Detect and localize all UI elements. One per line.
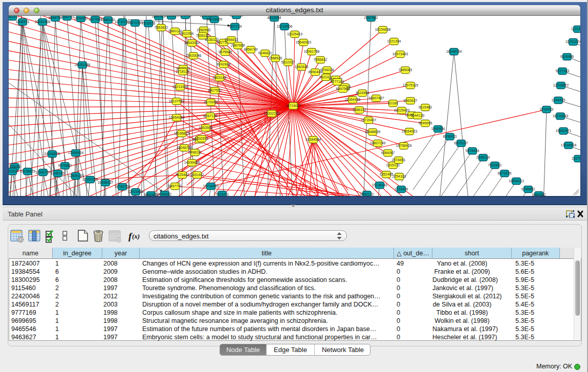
svg-text:9115460: 9115460	[419, 105, 432, 109]
svg-text:10653267: 10653267	[178, 16, 193, 17]
svg-text:9457791: 9457791	[168, 184, 182, 188]
svg-text:1691442: 1691442	[190, 173, 204, 177]
svg-text:9242848: 9242848	[217, 62, 231, 66]
svg-text:10973493: 10973493	[393, 52, 408, 56]
svg-text:10654112: 10654112	[509, 179, 524, 183]
svg-text:16210643: 16210643	[553, 114, 569, 118]
svg-text:1362615: 1362615	[295, 65, 309, 69]
svg-text:1357225: 1357225	[230, 16, 244, 17]
svg-text:16782759: 16782759	[115, 185, 130, 188]
svg-text:1004352: 1004352	[74, 16, 88, 20]
svg-text:2165743: 2165743	[60, 16, 74, 18]
svg-text:9794028: 9794028	[320, 68, 334, 72]
svg-text:1615131: 1615131	[386, 163, 400, 167]
svg-text:2260583: 2260583	[197, 28, 211, 32]
svg-text:2074651: 2074651	[392, 158, 406, 162]
svg-text:8912954: 8912954	[180, 32, 194, 35]
svg-text:12923468: 12923468	[128, 190, 144, 193]
svg-text:7857224: 7857224	[228, 25, 242, 28]
svg-text:18807249: 18807249	[370, 141, 386, 145]
svg-text:1463325: 1463325	[152, 16, 166, 18]
svg-text:1954612: 1954612	[225, 38, 238, 41]
svg-text:19218506: 19218506	[277, 25, 293, 28]
svg-text:10807487: 10807487	[368, 96, 384, 100]
svg-text:8813054: 8813054	[268, 16, 281, 19]
svg-text:19384554: 19384554	[306, 138, 321, 141]
svg-text:19166825: 19166825	[174, 132, 190, 135]
svg-text:9452172: 9452172	[360, 192, 374, 196]
svg-text:23420046: 23420046	[186, 54, 202, 57]
svg-text:62160: 62160	[388, 101, 398, 105]
svg-text:8794032: 8794032	[158, 192, 172, 196]
svg-text:5322037: 5322037	[281, 60, 295, 64]
svg-text:1352485: 1352485	[380, 172, 394, 176]
svg-text:24206576: 24206576	[45, 152, 60, 156]
svg-text:6879197: 6879197	[454, 141, 468, 145]
svg-text:15751074: 15751074	[565, 40, 580, 43]
svg-text:15692971: 15692971	[556, 129, 572, 133]
svg-text:1221394: 1221394	[387, 39, 401, 43]
svg-text:9245652: 9245652	[521, 187, 535, 191]
svg-text:3215933: 3215933	[540, 107, 554, 111]
svg-text:1167534: 1167534	[572, 157, 580, 160]
svg-text:16154838: 16154838	[375, 28, 391, 31]
svg-text:12342737: 12342737	[35, 170, 51, 174]
svg-text:9975887: 9975887	[58, 164, 72, 167]
svg-text:9329966: 9329966	[560, 55, 574, 58]
svg-text:7506112: 7506112	[196, 34, 209, 37]
svg-text:1861477: 1861477	[9, 16, 19, 18]
svg-text:7485063: 7485063	[399, 68, 412, 72]
svg-text:7623411: 7623411	[215, 192, 229, 196]
svg-text:15720407: 15720407	[361, 118, 377, 122]
svg-text:9146821: 9146821	[258, 51, 272, 55]
svg-text:11156829: 11156829	[20, 169, 35, 173]
svg-text:1588520: 1588520	[269, 56, 282, 60]
svg-text:3498222: 3498222	[188, 150, 202, 154]
svg-text:19654984: 19654984	[169, 116, 185, 119]
svg-text:1640954: 1640954	[431, 127, 445, 130]
svg-text:7515526: 7515526	[142, 21, 156, 25]
svg-text:15046788: 15046788	[177, 146, 192, 149]
svg-text:16648784: 16648784	[446, 50, 462, 53]
svg-text:391514: 391514	[9, 169, 18, 173]
svg-text:16107553: 16107553	[169, 99, 185, 103]
svg-text:15640910: 15640910	[296, 40, 312, 44]
svg-text:2803144: 2803144	[213, 76, 227, 79]
svg-text:6466160: 6466160	[101, 18, 115, 21]
svg-text:1145193: 1145193	[51, 171, 64, 175]
svg-text:9084067: 9084067	[381, 151, 395, 155]
svg-text:16671355: 16671355	[127, 21, 143, 25]
svg-text:17957225: 17957225	[82, 178, 98, 181]
svg-text:7386372: 7386372	[353, 108, 366, 112]
svg-text:16033809: 16033809	[207, 17, 223, 21]
svg-text:8267130: 8267130	[204, 114, 217, 118]
svg-text:12213369: 12213369	[172, 85, 188, 89]
svg-text:9777169: 9777169	[331, 80, 344, 83]
svg-text:17016504: 17016504	[561, 143, 577, 147]
svg-text:2867608: 2867608	[231, 43, 245, 47]
svg-text:9463627: 9463627	[404, 99, 418, 102]
svg-text:8427552: 8427552	[208, 89, 222, 92]
svg-text:9227343: 9227343	[556, 69, 570, 73]
svg-text:11325419: 11325419	[287, 32, 302, 36]
svg-text:8471676: 8471676	[498, 171, 512, 175]
svg-text:10958137: 10958137	[98, 181, 114, 184]
svg-text:2935114: 2935114	[476, 156, 490, 159]
svg-text:3675685: 3675685	[219, 50, 232, 54]
svg-text:1733426: 1733426	[395, 187, 408, 191]
svg-text:1405571: 1405571	[16, 20, 30, 24]
svg-text:8454749: 8454749	[244, 48, 258, 51]
svg-text:9464522: 9464522	[532, 193, 546, 196]
svg-text:17359924: 17359924	[68, 151, 84, 155]
svg-text:4170064: 4170064	[204, 100, 218, 104]
svg-text:25302233: 25302233	[264, 112, 280, 115]
svg-text:10688609: 10688609	[365, 130, 381, 134]
svg-text:14099489: 14099489	[184, 161, 200, 164]
svg-text:2254103: 2254103	[393, 174, 406, 178]
svg-text:18724007: 18724007	[286, 104, 301, 107]
svg-text:5644120: 5644120	[411, 114, 425, 117]
svg-text:2718126: 2718126	[176, 70, 190, 73]
svg-text:9474444: 9474444	[466, 149, 480, 152]
svg-text:10025433: 10025433	[394, 108, 410, 112]
svg-text:1353594: 1353594	[199, 126, 213, 129]
